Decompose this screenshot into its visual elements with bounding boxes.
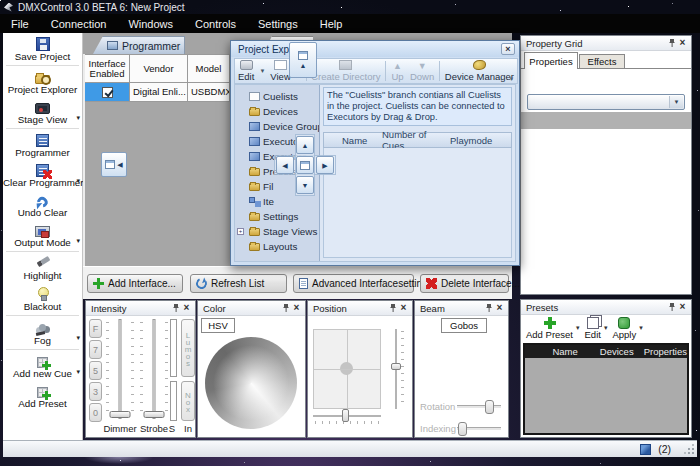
intensity-panel-header[interactable]: Intensity ×	[86, 301, 195, 316]
dropdown-arrow-icon[interactable]: ▾	[604, 324, 608, 332]
pin-icon[interactable]	[171, 304, 181, 312]
up-button[interactable]: ▲ Up	[388, 59, 407, 83]
sidebar-item-undo-clear[interactable]: Undo Clear	[3, 190, 82, 220]
dropdown-arrow-icon[interactable]: ▾	[639, 324, 643, 332]
edit-button[interactable]: Edit	[235, 59, 257, 83]
sidebar-item-project-explorer[interactable]: Project Explorer	[3, 67, 82, 97]
tilt-slider-handle[interactable]	[391, 363, 401, 370]
sidebar-item-output-mode[interactable]: Output Mode ▾	[3, 220, 82, 250]
rotation-slider-handle[interactable]	[485, 400, 494, 414]
tree-item-inputs[interactable]: Ite	[235, 194, 319, 209]
cuelist-table-body[interactable]	[323, 148, 512, 258]
dock-left-edge-icon[interactable]: ◀	[101, 152, 127, 177]
menu-settings[interactable]: Settings	[247, 14, 309, 33]
interface-vendor-cell[interactable]: Digital Enli...	[130, 83, 188, 102]
dock-right-icon[interactable]: ▶	[316, 156, 334, 174]
sidebar-item-blackout[interactable]: Blackout	[3, 283, 82, 314]
property-grid-header[interactable]: Property Grid ×	[521, 36, 691, 51]
indexing-slider[interactable]	[457, 427, 501, 430]
gobos-tab[interactable]: Gobos	[441, 318, 487, 333]
interface-status-icon[interactable]	[640, 444, 651, 455]
pan-tilt-handle[interactable]	[340, 362, 353, 375]
dimmer-fader[interactable]	[105, 319, 135, 419]
close-icon[interactable]: ×	[398, 303, 409, 313]
hsv-color-wheel[interactable]	[205, 337, 297, 429]
pin-icon[interactable]	[667, 303, 677, 311]
column-playmode[interactable]: Playmode	[450, 135, 511, 146]
tab-effects[interactable]: Effects	[579, 54, 625, 69]
menu-connection[interactable]: Connection	[40, 14, 118, 33]
dropdown-arrow-icon[interactable]: ▾	[76, 237, 80, 245]
rotation-slider[interactable]	[457, 405, 501, 408]
toolbar-overflow-icon[interactable]: ▼	[507, 70, 516, 82]
interface-model-cell[interactable]: USBDMX	[188, 83, 230, 102]
sidebar-item-add-preset[interactable]: Add Preset	[3, 381, 82, 411]
close-icon[interactable]: ×	[677, 38, 688, 48]
dropdown-arrow-icon[interactable]: ▾	[76, 334, 80, 342]
presets-panel-header[interactable]: Presets ×	[521, 300, 691, 315]
dropdown-arrow-icon[interactable]: ▼	[259, 68, 265, 74]
menu-help[interactable]: Help	[309, 14, 354, 33]
speed-bar-bottom[interactable]	[170, 381, 177, 421]
fader-preset-zero-button[interactable]: 0	[89, 403, 102, 422]
menu-controls[interactable]: Controls	[184, 14, 247, 33]
pin-icon[interactable]	[388, 304, 398, 312]
chevron-down-icon[interactable]: ▼	[669, 96, 683, 108]
dock-up-icon[interactable]: ▲	[296, 136, 314, 154]
pan-slider-handle[interactable]	[342, 409, 349, 422]
pan-tilt-pad[interactable]	[313, 329, 381, 409]
strobe-fader-handle[interactable]	[144, 411, 165, 418]
column-interface-enabled[interactable]: Interface Enabled	[85, 54, 130, 83]
close-icon[interactable]: ×	[494, 303, 505, 313]
resize-grip[interactable]	[685, 445, 694, 454]
interface-row[interactable]: Digital Enli... USBDMX	[85, 83, 230, 102]
sidebar-item-clear-programmer[interactable]: Clear Programmer ▾	[3, 160, 82, 190]
color-panel-header[interactable]: Color ×	[198, 301, 305, 316]
delete-interface-button[interactable]: Delete Interface...	[420, 274, 509, 293]
fader-preset-50-button[interactable]: 5	[89, 361, 102, 380]
pin-icon[interactable]	[281, 304, 291, 312]
sidebar-item-fog[interactable]: Fog ▾	[3, 317, 82, 348]
column-properties[interactable]: Properties	[644, 346, 687, 357]
menu-windows[interactable]: Windows	[117, 14, 184, 33]
tree-item-settings[interactable]: Settings	[235, 209, 319, 224]
column-model[interactable]: Model	[188, 54, 230, 83]
position-panel-header[interactable]: Position ×	[308, 301, 412, 316]
add-interface-button[interactable]: Add Interface...	[87, 274, 183, 293]
project-explorer-titlebar[interactable]: Project Explorer ×	[231, 41, 519, 57]
fader-preset-full-button[interactable]: F	[89, 319, 102, 338]
expand-plus-icon[interactable]: +	[237, 228, 244, 235]
column-devices[interactable]: Devices	[600, 346, 644, 357]
column-vendor[interactable]: Vendor	[130, 54, 188, 83]
tree-item-layouts[interactable]: Layouts	[235, 239, 319, 254]
close-icon[interactable]: ×	[677, 302, 688, 312]
dropdown-arrow-icon[interactable]: ▾	[76, 368, 80, 376]
dimmer-fader-handle[interactable]	[110, 411, 131, 418]
dropdown-arrow-icon[interactable]: ▾	[576, 324, 580, 332]
create-directory-button[interactable]: Create Directory	[308, 59, 383, 83]
apply-preset-button[interactable]: Apply	[609, 316, 639, 341]
tree-item-device-groups[interactable]: Device Groups	[235, 119, 319, 134]
speed-bar-top[interactable]	[170, 319, 177, 377]
sidebar-item-save-project[interactable]: Save Project	[3, 33, 82, 64]
tab-programmer[interactable]: Programmer	[93, 36, 185, 54]
dock-top-icon[interactable]: ▲	[289, 42, 317, 78]
column-name[interactable]: Name	[552, 346, 599, 357]
refresh-list-button[interactable]: Refresh List	[190, 274, 287, 293]
tab-properties[interactable]: Properties	[524, 52, 578, 69]
close-icon[interactable]: ×	[181, 303, 192, 313]
edit-preset-button[interactable]: Edit	[582, 316, 604, 341]
property-selector-combobox[interactable]: ▼	[527, 94, 685, 110]
fader-preset-25-button[interactable]: 3	[89, 382, 102, 401]
dock-down-icon[interactable]: ▼	[296, 176, 314, 194]
indexing-slider-handle[interactable]	[458, 422, 467, 436]
tree-item-devices[interactable]: Devices	[235, 104, 319, 119]
pin-icon[interactable]	[667, 39, 677, 47]
dropdown-arrow-icon[interactable]: ▾	[76, 114, 80, 122]
interface-enabled-cell[interactable]	[85, 83, 130, 102]
advanced-interfacesettings-button[interactable]: Advanced Interfacesettings...	[293, 274, 414, 293]
close-icon[interactable]: ×	[501, 43, 515, 55]
title-bar[interactable]: DMXControl 3.0 BETA 6: New Project	[0, 0, 700, 14]
sidebar-item-highlight[interactable]: Highlight	[3, 253, 82, 283]
tree-item-stage-views[interactable]: +Stage Views	[235, 224, 319, 239]
